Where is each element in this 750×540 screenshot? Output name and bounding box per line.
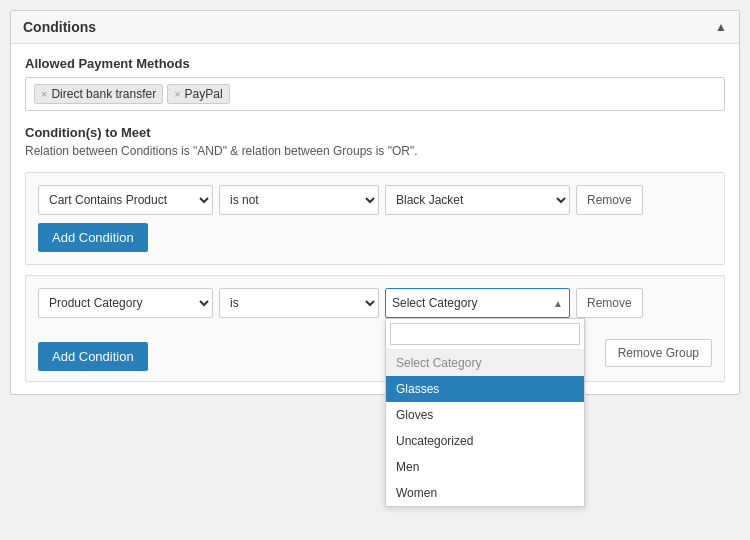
- tag-label-paypal: PayPal: [185, 87, 223, 101]
- conditions-desc: Relation between Conditions is "AND" & r…: [25, 144, 725, 158]
- val-select-1[interactable]: Black Jacket Blue Shirt Red Hat: [385, 185, 570, 215]
- remove-button-1[interactable]: Remove: [576, 185, 643, 215]
- condition-row-1: Cart Contains Product Product Category O…: [38, 185, 712, 215]
- dropdown-item-men[interactable]: Men: [386, 454, 584, 480]
- category-dropdown-trigger[interactable]: Select Category ▲: [385, 288, 570, 318]
- tag-paypal: × PayPal: [167, 84, 229, 104]
- dropdown-item-glasses[interactable]: Glasses: [386, 376, 584, 402]
- add-condition-button-2[interactable]: Add Condition: [38, 342, 148, 371]
- category-dropdown: Select Category ▲ Select Category Glasse…: [385, 288, 570, 318]
- payment-methods-box: × Direct bank transfer × PayPal: [25, 77, 725, 111]
- tag-direct-bank: × Direct bank transfer: [34, 84, 163, 104]
- dropdown-scroll[interactable]: Select Category Glasses Gloves Uncategor…: [386, 350, 584, 506]
- dropdown-search-input[interactable]: [390, 323, 580, 345]
- dropdown-search: [386, 319, 584, 350]
- dropdown-item-placeholder[interactable]: Select Category: [386, 350, 584, 376]
- tag-remove-direct-bank[interactable]: ×: [41, 88, 47, 100]
- condition-group-2: Cart Contains Product Product Category O…: [25, 275, 725, 382]
- remove-button-2[interactable]: Remove: [576, 288, 643, 318]
- section-header: Conditions ▲: [11, 11, 739, 44]
- tag-label-direct-bank: Direct bank transfer: [51, 87, 156, 101]
- conditions-panel: Conditions ▲ Allowed Payment Methods × D…: [10, 10, 740, 395]
- dropdown-item-gloves[interactable]: Gloves: [386, 402, 584, 428]
- add-condition-button-1[interactable]: Add Condition: [38, 223, 148, 252]
- chevron-up-icon: ▲: [553, 298, 563, 309]
- section-body: Allowed Payment Methods × Direct bank tr…: [11, 44, 739, 394]
- type-select-2[interactable]: Cart Contains Product Product Category O…: [38, 288, 213, 318]
- collapse-icon[interactable]: ▲: [715, 20, 727, 34]
- condition-row-2: Cart Contains Product Product Category O…: [38, 288, 712, 318]
- condition-group-1: Cart Contains Product Product Category O…: [25, 172, 725, 265]
- type-select-1[interactable]: Cart Contains Product Product Category O…: [38, 185, 213, 215]
- category-dropdown-menu: Select Category Glasses Gloves Uncategor…: [385, 318, 585, 507]
- category-dropdown-value: Select Category: [392, 296, 477, 310]
- dropdown-item-women[interactable]: Women: [386, 480, 584, 506]
- op-select-2[interactable]: is is not: [219, 288, 379, 318]
- remove-group-button[interactable]: Remove Group: [605, 339, 712, 367]
- op-select-1[interactable]: is is not: [219, 185, 379, 215]
- conditions-label: Condition(s) to Meet: [25, 125, 725, 140]
- tag-remove-paypal[interactable]: ×: [174, 88, 180, 100]
- dropdown-item-uncategorized[interactable]: Uncategorized: [386, 428, 584, 454]
- payment-methods-label: Allowed Payment Methods: [25, 56, 725, 71]
- section-title: Conditions: [23, 19, 96, 35]
